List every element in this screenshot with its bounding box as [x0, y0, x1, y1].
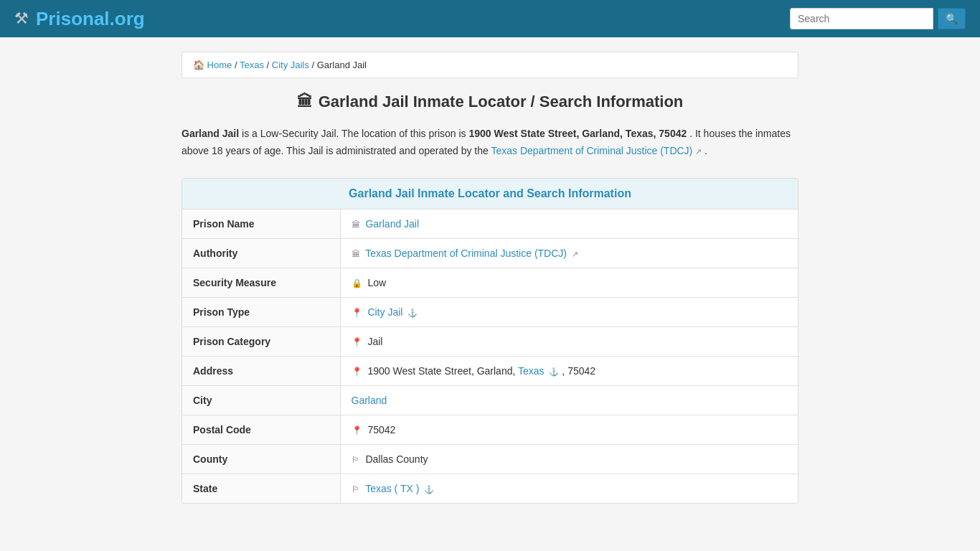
- table-row: Postal Code 📍 75042: [182, 415, 798, 444]
- state-anchor-icon: ⚓: [424, 485, 434, 494]
- value-state: 🏳 Texas ( TX ) ⚓: [340, 474, 798, 503]
- table-row: State 🏳 Texas ( TX ) ⚓: [182, 474, 798, 503]
- address-pre: 1900 West State Street, Garland,: [367, 365, 518, 377]
- search-input[interactable]: [790, 8, 933, 29]
- state-icon: 🏳: [352, 484, 360, 494]
- logo-icon: ⚒: [14, 9, 29, 28]
- label-prison-category: Prison Category: [182, 326, 340, 356]
- breadcrumb-home[interactable]: 🏠 Home: [193, 60, 232, 70]
- authority-link[interactable]: Texas Department of Criminal Justice (TD…: [491, 145, 692, 156]
- table-row: Address 📍 1900 West State Street, Garlan…: [182, 356, 798, 385]
- category-value: Jail: [367, 336, 382, 347]
- label-prison-name: Prison Name: [182, 209, 340, 239]
- breadcrumb-texas[interactable]: Texas: [240, 60, 264, 70]
- breadcrumb-sep3: /: [311, 60, 316, 70]
- address-post: , 75042: [562, 365, 595, 377]
- prison-icon: 🏛: [352, 220, 360, 230]
- county-value: Dallas County: [365, 453, 428, 465]
- description-block: Garland Jail is a Low-Security Jail. The…: [182, 126, 798, 160]
- title-text: Garland Jail Inmate Locator / Search Inf…: [319, 93, 684, 111]
- state-link[interactable]: Texas ( TX ): [365, 483, 419, 494]
- table-row: Prison Category 📍 Jail: [182, 326, 798, 356]
- logo-area: ⚒ Prisonal.org: [14, 8, 145, 30]
- address-icon: 📍: [352, 367, 362, 377]
- table-row: Authority 🏛 Texas Department of Criminal…: [182, 238, 798, 268]
- label-security: Security Measure: [182, 268, 340, 297]
- value-prison-name: 🏛 Garland Jail: [340, 209, 798, 239]
- label-city: City: [182, 385, 340, 415]
- breadcrumb-city-jails[interactable]: City Jails: [272, 60, 309, 70]
- value-authority: 🏛 Texas Department of Criminal Justice (…: [340, 238, 798, 268]
- authority-table-link[interactable]: Texas Department of Criminal Justice (TD…: [365, 248, 567, 259]
- category-icon: 📍: [352, 337, 362, 347]
- type-icon: 📍: [352, 308, 362, 318]
- table-row: Security Measure 🔒 Low: [182, 268, 798, 297]
- label-state: State: [182, 474, 340, 503]
- value-postal: 📍 75042: [340, 415, 798, 444]
- table-row: County 🏳 Dallas County: [182, 444, 798, 474]
- jail-name-bold: Garland Jail: [182, 128, 239, 139]
- address-anchor-icon: ⚓: [549, 367, 559, 376]
- breadcrumb: 🏠 Home / Texas / City Jails / Garland Ja…: [182, 52, 798, 78]
- search-button[interactable]: 🔍: [938, 8, 966, 29]
- label-authority: Authority: [182, 238, 340, 268]
- county-icon: 🏳: [352, 455, 360, 465]
- value-prison-type: 📍 City Jail ⚓: [340, 297, 798, 326]
- main-container: 🏠 Home / Texas / City Jails / Garland Ja…: [167, 52, 813, 504]
- logo-text-accent: .org: [110, 8, 145, 29]
- address-bold: 1900 West State Street, Garland, Texas, …: [468, 128, 687, 139]
- logo-link[interactable]: Prisonal.org: [36, 8, 145, 30]
- prison-name-link[interactable]: Garland Jail: [365, 218, 419, 230]
- value-county: 🏳 Dallas County: [340, 444, 798, 474]
- table-row: Prison Type 📍 City Jail ⚓: [182, 297, 798, 326]
- description-text1: is a Low-Security Jail. The location of …: [242, 128, 468, 139]
- page-title: 🏛 Garland Jail Inmate Locator / Search I…: [182, 93, 798, 111]
- breadcrumb-current: Garland Jail: [317, 60, 367, 70]
- description-text3: .: [705, 145, 707, 156]
- value-city: Garland: [340, 385, 798, 415]
- breadcrumb-sep2: /: [267, 60, 272, 70]
- prison-type-link[interactable]: City Jail: [367, 306, 402, 318]
- title-icon: 🏛: [297, 93, 313, 111]
- info-table: Prison Name 🏛 Garland Jail Authority 🏛 T…: [182, 209, 798, 503]
- logo-text-main: Prisonal: [36, 8, 110, 29]
- info-table-body: Prison Name 🏛 Garland Jail Authority 🏛 T…: [182, 209, 798, 503]
- city-link[interactable]: Garland: [352, 395, 387, 406]
- external-link-icon: ↗: [695, 147, 702, 156]
- authority-icon: 🏛: [352, 249, 360, 259]
- authority-ext-icon: ↗: [572, 250, 578, 258]
- info-section-header: Garland Jail Inmate Locator and Search I…: [182, 179, 798, 209]
- value-address: 📍 1900 West State Street, Garland, Texas…: [340, 356, 798, 385]
- search-area: 🔍: [790, 8, 966, 29]
- table-row: City Garland: [182, 385, 798, 415]
- postal-value: 75042: [367, 424, 395, 435]
- info-section: Garland Jail Inmate Locator and Search I…: [182, 178, 798, 504]
- security-value: Low: [367, 277, 386, 288]
- info-section-title: Garland Jail Inmate Locator and Search I…: [349, 187, 631, 199]
- label-postal: Postal Code: [182, 415, 340, 444]
- type-anchor-icon: ⚓: [407, 309, 418, 317]
- address-state-link[interactable]: Texas: [518, 365, 545, 377]
- postal-icon: 📍: [352, 425, 362, 435]
- lock-icon: 🔒: [352, 278, 362, 288]
- label-county: County: [182, 444, 340, 474]
- table-row: Prison Name 🏛 Garland Jail: [182, 209, 798, 239]
- value-prison-category: 📍 Jail: [340, 326, 798, 356]
- label-prison-type: Prison Type: [182, 297, 340, 326]
- value-security: 🔒 Low: [340, 268, 798, 297]
- label-address: Address: [182, 356, 340, 385]
- breadcrumb-sep1: /: [235, 60, 240, 70]
- site-header: ⚒ Prisonal.org 🔍: [0, 0, 980, 37]
